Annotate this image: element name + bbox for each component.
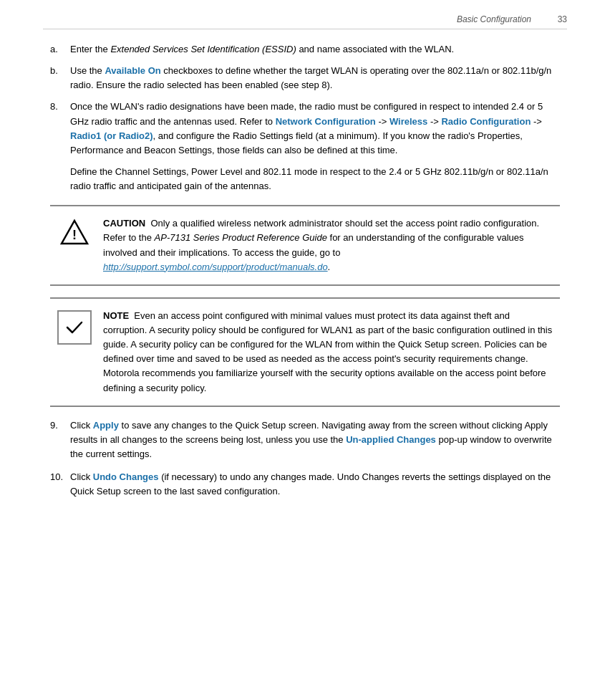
- checkmark-icon: [64, 317, 84, 337]
- warning-triangle-icon: !: [60, 218, 89, 246]
- item-9-label: 9.: [50, 418, 70, 461]
- list-item-b: b. Use the Available On checkboxes to de…: [50, 64, 560, 92]
- item-9-body: Click Apply to save any changes to the Q…: [70, 418, 560, 461]
- list-item-a: a. Enter the Extended Services Set Ident…: [50, 42, 560, 57]
- note-content: NOTE Even an access point configured wit…: [103, 309, 553, 395]
- caution-box: ! CAUTION Only a qualified wireless netw…: [50, 205, 560, 286]
- page-header: Basic Configuration 33: [43, 14, 567, 29]
- header-title: Basic Configuration: [43, 14, 546, 24]
- caution-text: Only a qualified wireless network admini…: [103, 218, 539, 272]
- available-on-link[interactable]: Available On: [105, 65, 160, 76]
- header-page: 33: [546, 14, 567, 24]
- item-b-body: Use the Available On checkboxes to defin…: [70, 64, 560, 92]
- radio1-link[interactable]: Radio1 (or Radio2): [70, 130, 153, 141]
- caution-label: CAUTION: [103, 218, 145, 229]
- apply-link[interactable]: Apply: [93, 420, 119, 431]
- unapplied-changes-link[interactable]: Un-applied Changes: [346, 434, 436, 445]
- note-box: NOTE Even an access point configured wit…: [50, 297, 560, 407]
- note-label: NOTE: [103, 310, 129, 321]
- caution-content: CAUTION Only a qualified wireless networ…: [103, 216, 553, 274]
- item-8-para1: Once the WLAN's radio designations have …: [70, 100, 560, 158]
- undo-changes-link[interactable]: Undo Changes: [93, 471, 159, 482]
- caution-icon: !: [57, 218, 92, 246]
- main-content: a. Enter the Extended Services Set Ident…: [43, 42, 567, 499]
- page: Basic Configuration 33 a. Enter the Exte…: [0, 0, 610, 536]
- radio-config-link[interactable]: Radio Configuration: [441, 116, 531, 127]
- svg-text:!: !: [72, 228, 77, 242]
- item-a-label: a.: [50, 42, 70, 57]
- item-8-label: 8.: [50, 100, 70, 193]
- item-8-body: Once the WLAN's radio designations have …: [70, 100, 560, 193]
- network-config-link[interactable]: Network Configuration: [276, 116, 376, 127]
- item-10-body: Click Undo Changes (if necessary) to und…: [70, 470, 560, 499]
- item-b-label: b.: [50, 64, 70, 92]
- note-icon-container: [57, 310, 92, 345]
- numbered-item-8: 8. Once the WLAN's radio designations ha…: [50, 100, 560, 193]
- numbered-item-9: 9. Click Apply to save any changes to th…: [50, 418, 560, 461]
- caution-ref-italic: AP-7131 Series Product Reference Guide: [155, 232, 327, 243]
- item-10-label: 10.: [50, 470, 70, 499]
- note-text: Even an access point configured with min…: [103, 310, 552, 393]
- caution-url-link[interactable]: http://support.symbol.com/support/produc…: [103, 262, 328, 272]
- essid-italic: Extended Services Set Identification (ES…: [110, 44, 296, 54]
- item-a-body: Enter the Extended Services Set Identifi…: [70, 42, 560, 57]
- item-8-para2: Define the Channel Settings, Power Level…: [70, 165, 560, 193]
- numbered-item-10: 10. Click Undo Changes (if necessary) to…: [50, 470, 560, 499]
- wireless-link[interactable]: Wireless: [389, 116, 427, 127]
